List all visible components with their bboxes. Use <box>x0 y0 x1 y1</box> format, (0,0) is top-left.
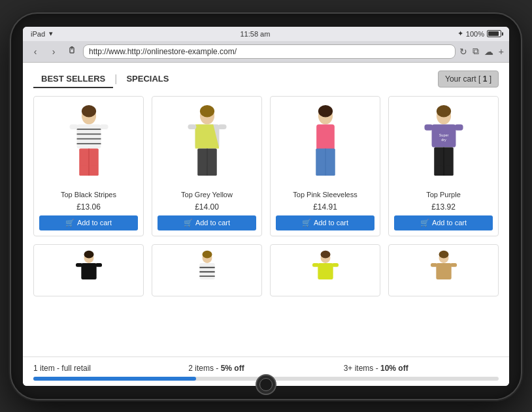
svg-rect-57 <box>312 263 319 267</box>
svg-rect-27 <box>316 124 335 151</box>
cart-icon-4: 🛒 <box>420 219 429 227</box>
svg-rect-47 <box>95 263 102 267</box>
content-area: BEST SELLERS | SPECIALS Your cart [ 1 ] <box>23 63 509 357</box>
product-price-4: £13.92 <box>431 202 456 212</box>
svg-rect-31 <box>326 165 334 176</box>
status-bar: iPad ▾ 11:58 am ✦ 100% <box>23 27 509 41</box>
svg-rect-58 <box>332 263 339 267</box>
forward-button[interactable]: › <box>46 44 61 59</box>
promo-tiers: 1 item - full retail 2 items - 5% off 3+… <box>33 362 499 374</box>
product-image-8 <box>394 250 493 296</box>
ipad-label: iPad <box>31 30 45 38</box>
svg-rect-9 <box>69 124 78 129</box>
svg-rect-10 <box>99 124 108 129</box>
product-image-6 <box>158 250 256 296</box>
svg-rect-20 <box>218 124 226 129</box>
product-card-4: Super dry Top Purple £13.92 🛒 A <box>388 96 499 236</box>
svg-point-33 <box>436 105 450 117</box>
svg-point-49 <box>202 250 212 258</box>
svg-point-3 <box>81 105 95 117</box>
status-left: iPad ▾ <box>31 29 53 38</box>
refresh-button[interactable]: ↻ <box>459 46 467 57</box>
product-grid-row2 <box>33 244 499 296</box>
cart-bracket-close: ] <box>490 74 491 84</box>
tab-best-sellers[interactable]: BEST SELLERS <box>33 71 113 88</box>
promo-tier2-highlight: 5% off <box>221 364 244 373</box>
cart-label: Your cart <box>445 74 476 84</box>
promo-tier3-highlight: 10% off <box>380 364 408 373</box>
add-to-cart-label-1: Add to cart <box>77 219 112 227</box>
product-card-7 <box>270 244 380 296</box>
product-card-2: Top Grey Yellow £14.00 🛒 Add to cart <box>152 96 262 236</box>
time-display: 11:58 am <box>241 30 271 38</box>
svg-rect-24 <box>208 165 216 176</box>
add-to-cart-button-4[interactable]: 🛒 Add to cart <box>394 215 493 230</box>
add-to-cart-label-4: Add to cart <box>432 219 467 227</box>
add-to-cart-button-1[interactable]: 🛒 Add to cart <box>39 215 138 230</box>
svg-point-55 <box>320 250 330 258</box>
cloud-button[interactable]: ☁ <box>484 46 493 57</box>
cart-count: 1 <box>483 74 488 84</box>
battery-pct: 100% <box>466 30 484 38</box>
svg-rect-42 <box>444 165 452 176</box>
url-text: http://www.http://onlinestore-example.co… <box>89 47 237 56</box>
svg-rect-45 <box>81 263 96 279</box>
product-image-4: Super dry <box>394 102 493 187</box>
product-price-2: £14.00 <box>195 202 219 212</box>
svg-rect-14 <box>90 165 97 176</box>
svg-point-16 <box>199 105 214 117</box>
battery-icon <box>487 30 501 37</box>
svg-rect-56 <box>318 263 333 279</box>
shop-header: BEST SELLERS | SPECIALS Your cart [ 1 ] <box>33 71 499 88</box>
product-card-5 <box>33 244 144 296</box>
home-button[interactable] <box>256 374 276 395</box>
svg-rect-30 <box>316 165 324 176</box>
svg-rect-63 <box>450 263 457 267</box>
add-to-cart-button-2[interactable]: 🛒 Add to cart <box>158 215 256 230</box>
promo-tier-3: 3+ items - 10% off <box>344 362 499 374</box>
product-card-8 <box>388 244 499 296</box>
svg-rect-46 <box>76 263 82 267</box>
share-button[interactable] <box>65 44 79 59</box>
product-card-1: Top Black Stripes £13.06 🛒 Add to cart <box>33 96 144 236</box>
cart-icon-2: 🛒 <box>184 219 193 227</box>
url-bar[interactable]: http://www.http://onlinestore-example.co… <box>83 44 456 59</box>
svg-rect-19 <box>188 124 196 129</box>
svg-text:dry: dry <box>441 138 446 142</box>
svg-rect-4 <box>76 124 101 148</box>
promo-tier-2: 2 items - 5% off <box>188 362 343 374</box>
svg-rect-13 <box>80 165 88 176</box>
add-tab-button[interactable]: + <box>499 46 504 57</box>
promo-tier1-text: 1 item - full retail <box>33 364 91 373</box>
product-image-7 <box>276 250 374 296</box>
product-image-3 <box>276 102 374 187</box>
status-right: ✦ 100% <box>457 29 501 38</box>
product-card-6 <box>152 244 262 296</box>
browser-bar: ‹ › http://www.http://onlinestore-exampl… <box>23 41 509 63</box>
promo-tier3-prefix: 3+ items - <box>344 364 380 373</box>
add-to-cart-button-3[interactable]: 🛒 Add to cart <box>276 215 374 230</box>
product-name-4: Top Purple <box>426 191 461 198</box>
promo-tier2-prefix: 2 items - <box>188 364 220 373</box>
tab-specials[interactable]: SPECIALS <box>118 71 176 88</box>
product-card-3: Top Pink Sleeveless £14.91 🛒 Add to cart <box>270 96 380 236</box>
tablet-screen: iPad ▾ 11:58 am ✦ 100% ‹ › <box>23 27 509 386</box>
svg-text:Super: Super <box>439 133 448 137</box>
tablet-frame: iPad ▾ 11:58 am ✦ 100% ‹ › <box>11 14 521 399</box>
cart-icon-1: 🛒 <box>65 219 75 227</box>
cart-icon-3: 🛒 <box>302 219 311 227</box>
nav-tabs: BEST SELLERS | SPECIALS <box>33 71 176 88</box>
cart-button[interactable]: Your cart [ 1 ] <box>438 71 499 87</box>
product-name-2: Top Grey Yellow <box>181 191 233 198</box>
product-grid-row1: Top Black Stripes £13.06 🛒 Add to cart <box>33 96 499 236</box>
product-name-1: Top Black Stripes <box>61 191 116 198</box>
add-to-cart-label-2: Add to cart <box>195 219 230 227</box>
svg-rect-62 <box>431 263 437 267</box>
tabs-button[interactable]: ⧉ <box>473 46 479 57</box>
cart-bracket-open: [ <box>478 74 483 84</box>
product-price-1: £13.06 <box>76 202 101 212</box>
back-button[interactable]: ‹ <box>28 44 42 59</box>
battery-fill <box>488 31 499 36</box>
svg-point-26 <box>318 105 332 117</box>
product-price-3: £14.91 <box>313 202 337 212</box>
